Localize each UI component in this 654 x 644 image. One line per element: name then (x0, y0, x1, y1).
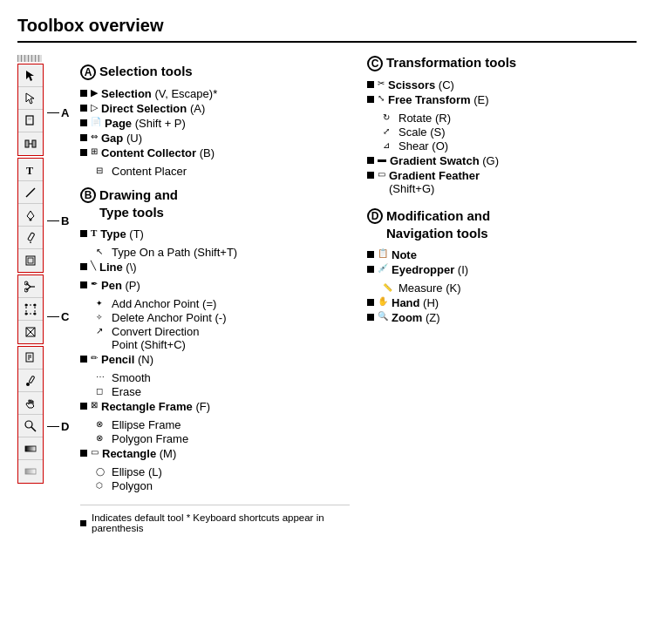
frame-sublist: Ellipse Frame Polygon Frame (80, 418, 350, 445)
line-tool-icon[interactable] (18, 181, 43, 204)
convert-direction-item: Convert DirectionPoint (Shift+C) (96, 325, 350, 351)
gradient-swatch-sidebar-icon[interactable] (18, 437, 43, 460)
content-placer-sublist: ⊟ Content Placer (80, 165, 350, 178)
group-a-label: A (61, 106, 69, 119)
svg-rect-3 (28, 118, 31, 120)
tool-group-b: T (17, 158, 44, 273)
page-title: Toolbox overview (17, 16, 637, 43)
selection-tool-icon[interactable] (18, 64, 43, 87)
transformation-section-title: C Transformation tools (367, 55, 637, 71)
polygon-item: Polygon (96, 479, 350, 492)
bullet (367, 251, 374, 258)
svg-rect-36 (25, 469, 36, 474)
modification-title-text: Modification andNavigation tools (386, 207, 490, 241)
free-transform-icon-small: ⤡ (378, 93, 385, 103)
group-d-label: D (61, 420, 69, 433)
free-transform-icon[interactable] (18, 298, 43, 321)
rect-tool-item: ▭ Rectangle (M) (80, 447, 350, 460)
bullet (367, 266, 374, 273)
eyedropper-icon-sidebar[interactable] (18, 369, 43, 392)
transformation-letter: C (367, 56, 383, 71)
tool-column: T (17, 55, 44, 485)
rotate-item: Rotate (R) (383, 112, 637, 125)
line-icon-small: ╲ (91, 261, 96, 270)
transformation-title-text: Transformation tools (386, 55, 516, 70)
type-on-path-sublist: Type On a Path (Shift+T) (80, 246, 350, 259)
transform-sublist: Rotate (R) Scale (S) Shear (O) (367, 112, 637, 153)
modification-section-title: D Modification andNavigation tools (367, 207, 637, 241)
gradient-feather-sidebar-icon[interactable] (18, 460, 43, 483)
polygon-frame-item: Polygon Frame (96, 432, 350, 445)
drawing-section-title: B Drawing andType tools (80, 186, 350, 220)
polygon-icon (96, 480, 108, 492)
left-column: A Selection tools ▶ Selection (V, Escape… (80, 55, 367, 533)
type-tool-icon[interactable]: T (18, 159, 43, 181)
gap-tool-item: ⇔ Gap (U) (80, 132, 350, 145)
tool-group-c (17, 275, 44, 344)
modification-tools-list: 📋 Note 💉 Eyedropper (I) (367, 248, 637, 276)
pen-tool-icon[interactable] (18, 204, 43, 227)
svg-marker-1 (26, 93, 34, 104)
delete-anchor-item: Delete Anchor Point (-) (96, 311, 350, 324)
page-icon-small: 📄 (91, 117, 101, 126)
svg-line-34 (31, 427, 36, 431)
pen-icon-small: ✒ (91, 279, 98, 288)
rect-icon-small: ▭ (91, 447, 99, 457)
content-collector-icon-small: ⊞ (91, 146, 98, 156)
polygon-frame-icon (96, 433, 108, 445)
pencil-tool-icon[interactable] (18, 227, 43, 249)
direct-selection-tool-icon[interactable] (18, 87, 43, 110)
label-markers: A B C (47, 55, 72, 499)
modification-letter: D (367, 208, 383, 224)
footnote-bullet (80, 520, 86, 526)
del-anchor-icon (96, 312, 108, 324)
rectangle-frame-sidebar-icon[interactable] (18, 321, 43, 343)
svg-point-32 (26, 383, 30, 386)
content-collector-icon[interactable] (18, 249, 43, 272)
bullet (367, 96, 374, 103)
bullet (80, 281, 87, 288)
svg-point-33 (25, 421, 32, 428)
svg-rect-35 (25, 446, 36, 451)
footnote: Indicates default tool * Keyboard shortc… (80, 505, 350, 533)
group-b-label: B (61, 214, 69, 227)
svg-rect-31 (29, 376, 35, 383)
direct-selection-tool-item: ▷ Direct Selection (A) (80, 102, 350, 115)
bullet (367, 299, 374, 306)
scissors-icon[interactable] (18, 275, 43, 298)
hand-icon-small: ✋ (378, 296, 388, 306)
content-collector-item: ⊞ Content Collector (B) (80, 146, 350, 159)
ellipse-frame-item: Ellipse Frame (96, 418, 350, 431)
add-anchor-icon (96, 298, 108, 310)
selection-tool-icon-small: ▶ (91, 87, 98, 98)
rect-sublist: Ellipse (L) Polygon (80, 465, 350, 492)
ellipse-frame-icon (96, 419, 108, 431)
pencil-sublist: Smooth Erase (80, 371, 350, 398)
page-tool-icon[interactable] (18, 110, 43, 132)
bullet (367, 157, 374, 164)
scale-item: Scale (S) (383, 125, 637, 139)
scissors-tool-item: ✂ Scissors (C) (367, 78, 637, 92)
content-area: A Selection tools ▶ Selection (V, Escape… (72, 55, 637, 533)
direct-selection-icon-small: ▷ (91, 102, 98, 113)
measure-item: Measure (K) (383, 281, 637, 295)
bullet (367, 172, 374, 179)
scale-icon (383, 126, 395, 139)
bullet (80, 263, 87, 270)
bullet (80, 403, 87, 410)
ruler-bar (17, 55, 42, 62)
svg-rect-19 (26, 305, 35, 314)
content-placer-icon: ⊟ (96, 166, 108, 178)
hand-icon-sidebar[interactable] (18, 392, 43, 415)
bullet (80, 90, 87, 97)
zoom-icon-sidebar[interactable] (18, 415, 43, 437)
type-icon-small: T (91, 227, 97, 238)
note-icon-sidebar[interactable] (18, 347, 43, 369)
svg-point-21 (34, 303, 37, 306)
svg-point-22 (34, 312, 37, 315)
selection-letter: A (80, 64, 96, 80)
shear-icon (383, 140, 395, 153)
gap-tool-icon[interactable] (18, 132, 43, 155)
bullet (80, 105, 87, 112)
rect-frame-tool-item: ⊠ Rectangle Frame (F) (80, 400, 350, 413)
